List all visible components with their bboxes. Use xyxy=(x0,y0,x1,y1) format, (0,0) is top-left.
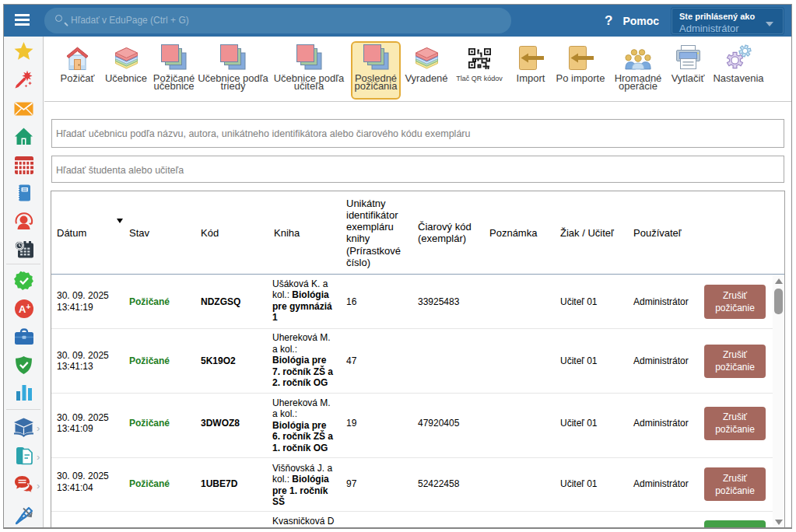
svg-text:A: A xyxy=(19,303,26,315)
svg-text:+: + xyxy=(26,303,30,311)
